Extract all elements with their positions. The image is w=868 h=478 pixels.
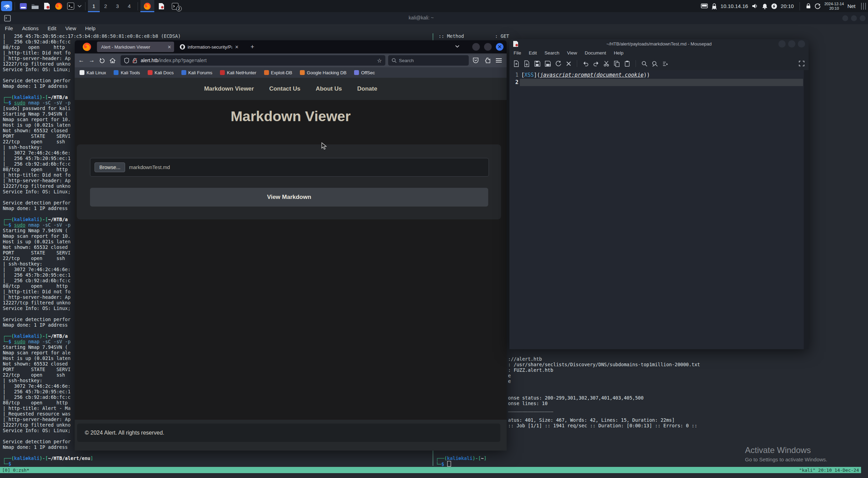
bookmark-kali-docs[interactable]: Kali Docs	[144, 70, 177, 75]
panel-grip[interactable]	[861, 3, 866, 10]
site-nav-donate[interactable]: Donate	[357, 85, 377, 92]
editor-scrollbar[interactable]	[804, 70, 809, 349]
save-as-icon[interactable]	[544, 60, 551, 67]
mousepad-close-button[interactable]	[798, 40, 805, 48]
firefox-minimize-button[interactable]	[472, 43, 480, 51]
terminal-close-button[interactable]	[860, 15, 866, 21]
reload-icon[interactable]	[555, 60, 562, 67]
file-input[interactable]: Browse... markdownTest.md	[90, 158, 489, 177]
bookmark-star-icon[interactable]: ☆	[377, 57, 382, 64]
urlbar[interactable]: alert.htb/index.php?page=alert ☆	[121, 55, 385, 66]
bookmark-exploit-db[interactable]: Exploit-DB	[261, 70, 296, 75]
cut-icon[interactable]	[603, 60, 610, 67]
bookmark-kali-linux[interactable]: Kali Linux	[76, 70, 109, 75]
site-navbar[interactable]: Markdown ViewerContact UsAbout UsDonate	[75, 78, 507, 100]
folder-launcher-icon[interactable]	[31, 2, 40, 11]
site-nav-contact-us[interactable]: Contact Us	[269, 85, 301, 92]
mousepad-menu-file[interactable]: File	[514, 50, 521, 56]
workspace-2[interactable]: 2	[100, 0, 112, 12]
power-manager-icon[interactable]	[771, 3, 777, 9]
reload-icon[interactable]	[97, 58, 107, 64]
terminal-window-buttons[interactable]	[842, 15, 866, 21]
firefox-close-button[interactable]: ✕	[496, 43, 503, 51]
browse-button[interactable]: Browse...	[95, 162, 125, 172]
firefox-bookmarks-bar[interactable]: Kali LinuxKali ToolsKali DocsKali Forums…	[75, 67, 507, 78]
mousepad-editor[interactable]: 1 2 [XSS](javascript:prompt(document.coo…	[509, 70, 809, 349]
terminal-titlebar[interactable]: kali@kali: ~	[0, 12, 868, 24]
undo-icon[interactable]	[582, 60, 589, 67]
taskbar-mousepad[interactable]	[154, 0, 168, 12]
home-icon[interactable]	[107, 58, 118, 64]
taskbar-firefox[interactable]	[140, 0, 154, 12]
pocket-icon[interactable]	[472, 57, 479, 64]
tray-date[interactable]: 2024-12-14 20:10	[824, 2, 844, 10]
firefox-tabbar[interactable]: Alert - Markdown Viewer ✕ information-se…	[75, 40, 507, 53]
kali-menu-button[interactable]	[1, 1, 12, 11]
mousepad-minimize-button[interactable]	[778, 40, 786, 48]
lock-screen-icon[interactable]	[806, 3, 811, 9]
shield-icon[interactable]	[124, 58, 129, 64]
back-icon[interactable]: ←	[76, 57, 87, 64]
tab-close-icon[interactable]: ✕	[167, 44, 171, 50]
firefox-navbar[interactable]: ← → alert.htb/index.php?page=alert ☆ Sea…	[75, 53, 507, 67]
save-icon[interactable]	[534, 60, 541, 67]
tab-close-icon[interactable]: ✕	[235, 44, 239, 50]
fullscreen-icon[interactable]	[798, 60, 805, 67]
display-tray-icon[interactable]	[701, 3, 708, 9]
tab-github-payloads[interactable]: information-security/Payl ✕	[176, 42, 246, 52]
workspace-1[interactable]: 1	[88, 0, 100, 12]
view-markdown-button[interactable]: View Markdown	[90, 188, 488, 207]
logout-icon[interactable]	[814, 3, 821, 9]
new-tab-button[interactable]: +	[251, 43, 254, 51]
mousepad-menu-document[interactable]: Document	[585, 50, 606, 56]
terminal-maximize-button[interactable]	[851, 15, 857, 21]
text-editor-launcher-icon[interactable]	[42, 2, 51, 11]
tray-ip-address[interactable]: 10.10.14.16	[721, 3, 748, 9]
forward-icon[interactable]: →	[87, 57, 97, 64]
copy-icon[interactable]	[613, 60, 620, 67]
terminal-menubar[interactable]: FileActionsEditViewHelp	[5, 26, 96, 31]
tab-alert-markdown-viewer[interactable]: Alert - Markdown Viewer ✕	[97, 42, 174, 52]
mousepad-menu-view[interactable]: View	[567, 50, 577, 56]
paste-icon[interactable]	[624, 60, 631, 67]
goto-line-icon[interactable]	[662, 60, 669, 67]
workspace-3[interactable]: 3	[112, 0, 123, 12]
terminal-menu-actions[interactable]: Actions	[22, 26, 39, 31]
terminal-menu-help[interactable]: Help	[85, 26, 96, 31]
firefox-maximize-button[interactable]	[484, 43, 492, 51]
mousepad-window-buttons[interactable]	[778, 40, 805, 48]
open-doc-icon[interactable]	[523, 60, 530, 67]
workspace-4[interactable]: 4	[123, 0, 135, 12]
close-icon[interactable]	[565, 60, 572, 67]
terminal-menu-file[interactable]: File	[5, 26, 13, 31]
vpn-lock-icon[interactable]	[711, 3, 717, 9]
file-manager-launcher-icon[interactable]	[19, 2, 28, 11]
tray-clock[interactable]: 20:10	[781, 3, 794, 9]
volume-icon[interactable]	[752, 3, 759, 9]
site-nav-markdown-viewer[interactable]: Markdown Viewer	[204, 85, 254, 92]
bookmark-kali-tools[interactable]: Kali Tools	[110, 70, 143, 75]
insecure-lock-icon[interactable]	[132, 58, 138, 64]
redo-icon[interactable]	[592, 60, 599, 67]
search-box[interactable]: Search	[388, 55, 469, 66]
new-doc-icon[interactable]	[513, 60, 520, 67]
bookmark-kali-forums[interactable]: Kali Forums	[178, 70, 216, 75]
terminal-launcher-icon[interactable]	[66, 2, 75, 11]
workspace-switcher[interactable]: 1234	[88, 0, 135, 12]
taskbar-terminal[interactable]: 2	[168, 0, 182, 12]
mousepad-titlebar[interactable]: ~/HTB/alert/payloads/markdownTest.md - M…	[509, 39, 809, 49]
bookmark-kali-nethunter[interactable]: Kali NetHunter	[216, 70, 260, 75]
find-icon[interactable]	[641, 60, 648, 67]
mousepad-menu-search[interactable]: Search	[544, 50, 559, 56]
mousepad-menu-edit[interactable]: Edit	[529, 50, 537, 56]
site-nav-about-us[interactable]: About Us	[316, 85, 342, 92]
list-tabs-chevron-icon[interactable]	[455, 45, 460, 48]
launcher-dropdown-chevron-icon[interactable]	[77, 5, 82, 8]
firefox-launcher-icon[interactable]	[54, 2, 63, 11]
notifications-bell-icon[interactable]	[762, 3, 768, 9]
terminal-menu-view[interactable]: View	[65, 26, 76, 31]
menu-hamburger-icon[interactable]	[496, 57, 502, 64]
terminal-minimize-button[interactable]	[842, 15, 848, 21]
mousepad-menu-help[interactable]: Help	[614, 50, 623, 56]
mousepad-toolbar[interactable]	[509, 57, 809, 70]
